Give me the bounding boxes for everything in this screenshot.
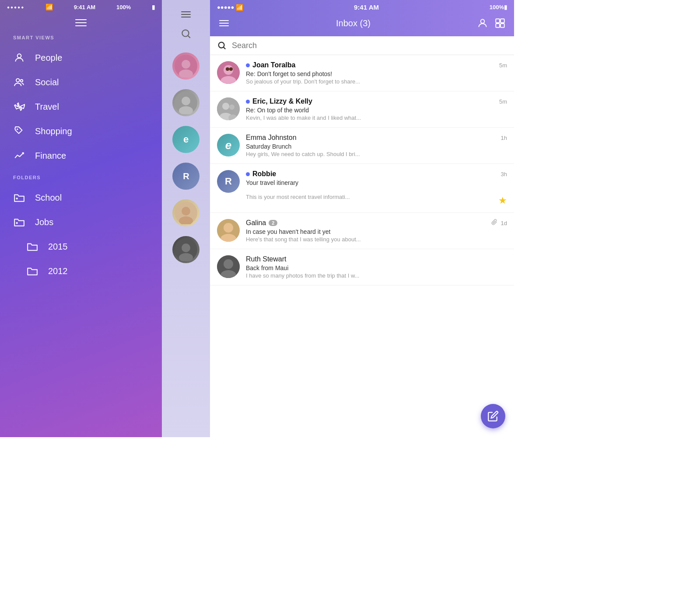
middle-panel: e R — [162, 0, 210, 437]
sidebar-item-shopping[interactable]: Shopping — [0, 119, 162, 143]
avatar-eric — [217, 97, 240, 120]
email-item-galina[interactable]: Galina 2 1d In case you haven't heard it… — [210, 213, 514, 249]
svg-point-0 — [18, 54, 21, 58]
svg-point-33 — [229, 67, 233, 71]
inbox-header: ●●●●● 📶 9:41 AM 100% ▮ Inbox (3) — [210, 0, 514, 36]
sidebar-item-school[interactable]: School — [0, 185, 162, 210]
preview-emma: Hey girls, We need to catch up. Should I… — [246, 151, 507, 157]
social-icon — [13, 76, 25, 88]
middle-avatar-2 — [172, 89, 200, 116]
search-input[interactable] — [232, 41, 507, 50]
avatar-joan — [217, 61, 240, 84]
middle-search-icon — [162, 24, 210, 48]
email-item-joan[interactable]: Joan Toralba 5m Re: Don't forget to send… — [210, 55, 514, 91]
sidebar-item-people[interactable]: People — [0, 45, 162, 70]
preview-eric: Kevin, I was able to make it and I liked… — [246, 115, 507, 121]
svg-rect-26 — [500, 24, 504, 28]
svg-point-2 — [21, 80, 23, 82]
signal-dots: ●●●●● — [7, 5, 24, 10]
time-joan: 5m — [499, 62, 507, 69]
email-item-robbie[interactable]: R Robbie 3h Your travel itinerary This i… — [210, 164, 514, 213]
svg-rect-24 — [500, 19, 504, 23]
sidebar-item-social[interactable]: Social — [0, 70, 162, 94]
sidebar-item-2012[interactable]: 2012 — [0, 259, 162, 283]
middle-avatar-3: e — [172, 126, 200, 153]
sidebar-item-2015[interactable]: 2015 — [0, 234, 162, 259]
folder-school-icon — [13, 191, 25, 204]
shopping-label: Shopping — [35, 126, 72, 136]
svg-point-40 — [224, 223, 233, 233]
battery-icon-left: ▮ — [152, 4, 155, 10]
email-item-emma[interactable]: e Emma Johnston 1h Saturday Brunch Hey g… — [210, 128, 514, 164]
sidebar-item-jobs[interactable]: Jobs — [0, 210, 162, 234]
svg-point-27 — [219, 42, 224, 48]
preview-galina: Here's that song that I was telling you … — [246, 236, 507, 243]
middle-avatar-1 — [172, 52, 200, 80]
compose-button[interactable] — [481, 404, 505, 428]
subject-eric: Re: On top of the world — [246, 107, 507, 114]
email-content-galina: Galina 2 1d In case you haven't heard it… — [246, 219, 507, 243]
email-content-joan: Joan Toralba 5m Re: Don't forget to send… — [246, 61, 507, 85]
sender-eric: Eric, Lizzy & Kelly — [252, 97, 312, 105]
svg-point-20 — [182, 243, 190, 252]
folders-label: FOLDERS — [0, 175, 162, 185]
status-bar-left: ●●●●● 📶 9:41 AM 100% ▮ — [0, 0, 162, 14]
layout-button[interactable] — [493, 16, 507, 30]
hamburger-icon[interactable] — [75, 19, 87, 26]
inbox-status-bar: ●●●●● 📶 9:41 AM 100% ▮ — [210, 0, 514, 13]
year-2015-label: 2015 — [48, 242, 68, 252]
avatar-galina — [217, 219, 240, 242]
unread-dot-joan — [246, 63, 250, 67]
time-left: 9:41 AM — [74, 4, 95, 10]
svg-point-11 — [182, 60, 190, 69]
inbox-menu-button[interactable] — [217, 16, 231, 30]
email-content-robbie: Robbie 3h Your travel itinerary This is … — [246, 170, 507, 206]
middle-avatar-6 — [172, 236, 200, 263]
folder-jobs-icon — [13, 216, 25, 228]
chart-icon — [13, 150, 25, 162]
year-2012-label: 2012 — [48, 266, 68, 276]
email-item-eric[interactable]: Eric, Lizzy & Kelly 5m Re: On top of the… — [210, 91, 514, 128]
middle-status-bar — [162, 0, 210, 7]
subject-emma: Saturday Brunch — [246, 143, 507, 150]
folder-2012-icon — [26, 265, 38, 277]
svg-rect-25 — [496, 24, 500, 28]
people-label: People — [35, 53, 62, 63]
subject-robbie: Your travel itinerary — [246, 179, 507, 186]
search-icon — [217, 41, 227, 50]
svg-point-17 — [182, 207, 190, 216]
battery-left: 100% — [116, 4, 131, 10]
inbox-panel: ●●●●● 📶 9:41 AM 100% ▮ Inbox (3) — [210, 0, 514, 437]
smart-views-label: SMART VIEWS — [0, 35, 162, 45]
unread-dot-robbie — [246, 172, 250, 176]
sidebar-item-finance[interactable]: Finance — [0, 143, 162, 168]
svg-point-8 — [182, 30, 189, 36]
finance-label: Finance — [35, 151, 66, 161]
svg-point-43 — [224, 259, 233, 269]
preview-joan: So jealous of your trip. Don't forget to… — [246, 78, 507, 85]
signal-dots-inbox: ●●●●● — [217, 4, 234, 10]
middle-avatar-5 — [172, 199, 200, 226]
wifi-icon-inbox: 📶 — [236, 4, 243, 11]
sidebar: ●●●●● 📶 9:41 AM 100% ▮ SMART VIEWS Peopl… — [0, 0, 162, 437]
social-label: Social — [35, 77, 59, 87]
avatar-emma: e — [217, 134, 240, 156]
subject-joan: Re: Don't forget to send photos! — [246, 70, 507, 77]
time-eric: 5m — [499, 98, 507, 105]
svg-line-28 — [224, 47, 225, 49]
travel-label: Travel — [35, 102, 59, 112]
person-icon — [13, 52, 25, 64]
school-label: School — [35, 193, 62, 203]
profile-button[interactable] — [476, 16, 490, 30]
time-galina: 1d — [501, 220, 507, 226]
badge-galina: 2 — [269, 220, 277, 226]
svg-point-36 — [229, 104, 234, 110]
subject-ruth: Back from Maui — [246, 264, 507, 271]
email-item-ruth[interactable]: Ruth Stewart Back from Maui I have so ma… — [210, 249, 514, 285]
time-robbie: 3h — [501, 171, 507, 177]
svg-rect-23 — [496, 19, 500, 23]
sidebar-item-travel[interactable]: Travel — [0, 94, 162, 119]
svg-point-22 — [481, 19, 485, 23]
unread-dot-eric — [246, 100, 250, 104]
inbox-title-bar: Inbox (3) — [210, 13, 514, 36]
